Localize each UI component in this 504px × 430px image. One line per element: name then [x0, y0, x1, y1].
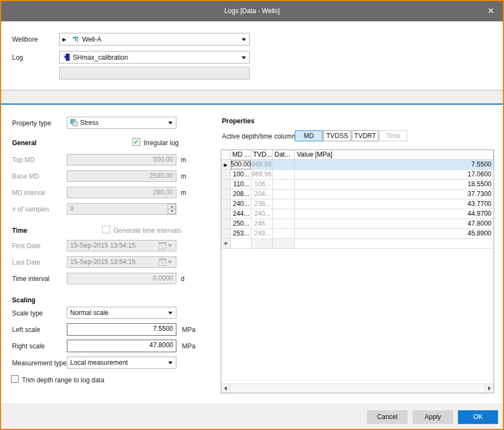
left-scale-label: Left scale [12, 326, 40, 334]
cell-md[interactable]: 244... [231, 209, 251, 219]
row-header-cell[interactable] [221, 209, 231, 219]
cell-value[interactable]: 37.7300 [295, 190, 494, 199]
cell-date[interactable] [273, 199, 295, 209]
wellbore-value: Well-A [82, 36, 101, 43]
well-icon [72, 36, 80, 43]
table-row[interactable]: 253... 249... 45.8900 [221, 229, 494, 239]
cell-tvd[interactable]: 106... [251, 180, 273, 190]
cell-tvd[interactable]: 236... [251, 199, 273, 209]
cell-md[interactable] [231, 239, 251, 249]
time-interval-field: 0.0000 [67, 273, 176, 284]
irregular-log-checkbox[interactable] [133, 138, 140, 146]
trim-depth-label: Trim depth range to log data [22, 376, 104, 384]
table-new-row[interactable]: ✳ [221, 239, 494, 249]
cancel-button[interactable]: Cancel [367, 410, 408, 424]
toggle-time[interactable]: Time [379, 130, 407, 141]
cell-date[interactable] [273, 160, 295, 170]
cell-md[interactable]: 100... [231, 170, 251, 180]
table-row[interactable]: 250... 246... 47.8000 [221, 219, 494, 229]
cell-date[interactable] [273, 239, 295, 249]
toggle-tvdss[interactable]: TVDSS [323, 130, 351, 141]
table-row[interactable]: 100... 969.96 17.0600 [221, 170, 494, 180]
table-row[interactable]: ▶ 500.00 469.98 7.5500 [221, 160, 494, 170]
measurement-type-value: Local measurement [70, 359, 128, 366]
trim-depth-checkbox[interactable] [11, 375, 19, 383]
right-scale-input[interactable]: 47.8000 [67, 340, 176, 352]
scroll-right-icon[interactable] [484, 384, 494, 393]
row-header-cell[interactable] [221, 170, 231, 180]
ok-button[interactable]: OK [458, 410, 498, 424]
cell-value[interactable]: 47.8000 [295, 219, 494, 229]
cell-md[interactable]: 110... [231, 180, 251, 190]
corner-header-cell[interactable] [221, 150, 231, 160]
table-horizontal-scrollbar[interactable] [221, 383, 494, 393]
chevron-down-icon[interactable] [168, 312, 173, 314]
chevron-down-icon[interactable] [242, 56, 246, 59]
cell-md[interactable]: 250... [231, 219, 251, 229]
cell-date[interactable] [273, 229, 295, 239]
cell-value[interactable] [295, 239, 494, 249]
scale-type-value: Normal scale [70, 309, 108, 317]
apply-button[interactable]: Apply [413, 410, 453, 424]
row-header-cell[interactable] [221, 190, 231, 199]
table-row[interactable]: 110... 106... 18.5500 [221, 180, 494, 190]
cell-md[interactable]: 208... [231, 190, 251, 199]
cell-value[interactable]: 43.7700 [295, 199, 494, 209]
chevron-down-icon[interactable] [168, 122, 173, 124]
cell-value[interactable]: 17.0600 [295, 170, 494, 180]
expander-icon[interactable]: ▶ [62, 37, 66, 42]
column-header-tvd[interactable]: TVD... [251, 150, 273, 160]
row-header-cell[interactable]: ✳ [221, 239, 231, 249]
cell-value[interactable]: 7.5500 [295, 160, 494, 170]
row-header-cell[interactable]: ▶ [221, 160, 231, 170]
top-md-field: 500.00 [67, 154, 176, 165]
generate-time-intervals-checkbox[interactable] [102, 226, 110, 233]
chevron-down-icon[interactable] [242, 38, 246, 41]
cell-tvd[interactable]: 246... [251, 219, 273, 229]
cell-tvd[interactable]: 969.96 [251, 170, 273, 180]
table-row[interactable]: 208... 204... 37.7300 [221, 190, 494, 199]
chevron-down-icon[interactable] [168, 362, 173, 364]
cell-date[interactable] [273, 190, 295, 199]
samples-spinner[interactable] [168, 204, 176, 214]
wellbore-combobox[interactable]: ▶ Well-A [59, 33, 250, 45]
row-header-cell[interactable] [221, 219, 231, 229]
cell-tvd[interactable]: 249... [251, 229, 273, 239]
cell-value[interactable]: 45.8900 [295, 229, 494, 239]
cell-md[interactable]: 253... [231, 229, 251, 239]
table-row[interactable]: 240... 236... 43.7700 [221, 199, 494, 209]
row-header-cell[interactable] [221, 229, 231, 239]
column-header-date[interactable]: Dat... [273, 150, 295, 160]
spinner-up-icon[interactable] [168, 204, 176, 209]
cell-date[interactable] [273, 219, 295, 229]
cell-date[interactable] [273, 170, 295, 180]
cell-date[interactable] [273, 209, 295, 219]
column-header-value[interactable]: Value [MPa] [295, 150, 494, 160]
cell-md[interactable]: 500.00 [231, 160, 251, 170]
table-row[interactable]: 244... 240... 44.9700 [221, 209, 494, 219]
cell-tvd[interactable] [251, 239, 273, 249]
cell-md[interactable]: 240... [231, 199, 251, 209]
toggle-md[interactable]: MD [295, 130, 323, 141]
log-combobox[interactable]: SHmax_calibration [59, 51, 250, 64]
toggle-tvdrt[interactable]: TVDRT [352, 130, 379, 141]
cell-tvd[interactable]: 204... [251, 190, 273, 199]
row-header-cell[interactable] [221, 180, 231, 190]
close-icon[interactable]: ✕ [485, 5, 496, 16]
scale-type-combobox[interactable]: Normal scale [67, 307, 176, 319]
calendar-icon [159, 259, 166, 266]
column-header-md[interactable]: MD ... [231, 150, 251, 160]
measurement-type-combobox[interactable]: Local measurement [67, 357, 176, 369]
scale-type-label: Scale type [12, 309, 43, 317]
scroll-left-icon[interactable] [221, 384, 231, 393]
spinner-down-icon[interactable] [168, 209, 176, 214]
cell-date[interactable] [273, 180, 295, 190]
cell-value[interactable]: 44.9700 [295, 209, 494, 219]
left-scale-input[interactable]: 7.5500 [67, 323, 176, 336]
row-header-cell[interactable] [221, 199, 231, 209]
cell-value[interactable]: 18.5500 [295, 180, 494, 190]
scaling-section-title: Scaling [12, 296, 36, 304]
cell-tvd[interactable]: 469.98 [251, 160, 273, 170]
cell-tvd[interactable]: 240... [251, 209, 273, 219]
property-type-combobox[interactable]: Stress [67, 117, 176, 129]
